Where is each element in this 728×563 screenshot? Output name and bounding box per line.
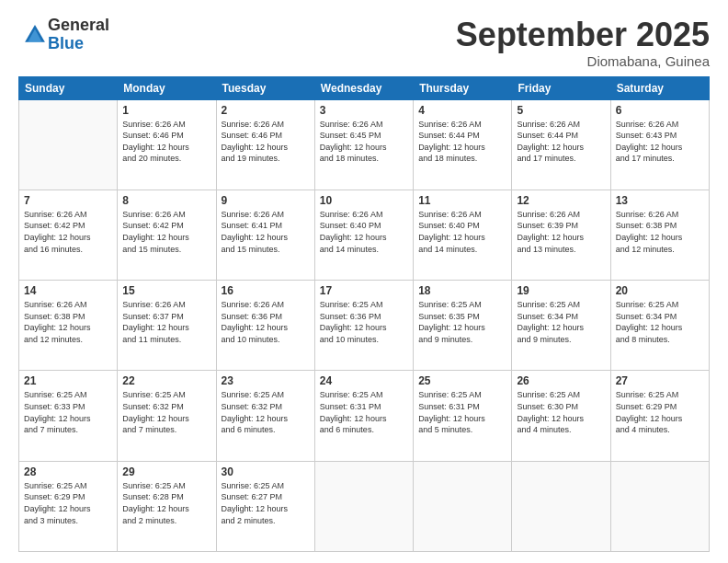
- location: Diomabana, Guinea: [456, 53, 710, 69]
- day-info: Sunrise: 6:26 AM Sunset: 6:38 PM Dayligh…: [24, 299, 112, 345]
- day-number: 25: [418, 374, 506, 387]
- day-info: Sunrise: 6:26 AM Sunset: 6:43 PM Dayligh…: [616, 119, 704, 165]
- calendar-cell: [512, 461, 610, 551]
- day-number: 17: [320, 284, 408, 297]
- day-number: 7: [24, 194, 112, 207]
- calendar-week-3: 21Sunrise: 6:25 AM Sunset: 6:33 PM Dayli…: [19, 371, 710, 461]
- title-area: September 2025 Diomabana, Guinea: [456, 17, 710, 69]
- day-number: 13: [616, 194, 704, 207]
- day-info: Sunrise: 6:25 AM Sunset: 6:27 PM Dayligh…: [222, 480, 310, 526]
- day-info: Sunrise: 6:25 AM Sunset: 6:28 PM Dayligh…: [122, 480, 210, 526]
- calendar-cell: 4Sunrise: 6:26 AM Sunset: 6:44 PM Daylig…: [414, 99, 512, 190]
- day-number: 23: [222, 374, 310, 387]
- day-number: 5: [517, 104, 605, 117]
- day-number: 1: [122, 104, 210, 117]
- calendar-cell: 24Sunrise: 6:25 AM Sunset: 6:31 PM Dayli…: [314, 371, 413, 461]
- calendar-cell: 11Sunrise: 6:26 AM Sunset: 6:40 PM Dayli…: [414, 190, 512, 280]
- day-info: Sunrise: 6:25 AM Sunset: 6:32 PM Dayligh…: [222, 389, 310, 435]
- day-number: 19: [517, 284, 605, 297]
- day-number: 29: [122, 465, 210, 478]
- day-number: 4: [418, 104, 506, 117]
- calendar-cell: 6Sunrise: 6:26 AM Sunset: 6:43 PM Daylig…: [610, 99, 709, 190]
- col-sunday: Sunday: [19, 76, 118, 99]
- day-info: Sunrise: 6:25 AM Sunset: 6:29 PM Dayligh…: [24, 480, 112, 526]
- calendar-cell: 26Sunrise: 6:25 AM Sunset: 6:30 PM Dayli…: [512, 371, 610, 461]
- page: General Blue September 2025 Diomabana, G…: [0, 0, 728, 563]
- col-wednesday: Wednesday: [314, 76, 413, 99]
- calendar-cell: 14Sunrise: 6:26 AM Sunset: 6:38 PM Dayli…: [19, 281, 118, 371]
- calendar-cell: 12Sunrise: 6:26 AM Sunset: 6:39 PM Dayli…: [512, 190, 610, 280]
- day-info: Sunrise: 6:26 AM Sunset: 6:42 PM Dayligh…: [24, 209, 112, 255]
- day-info: Sunrise: 6:26 AM Sunset: 6:39 PM Dayligh…: [517, 209, 605, 255]
- day-info: Sunrise: 6:25 AM Sunset: 6:35 PM Dayligh…: [418, 299, 506, 345]
- day-number: 9: [222, 194, 310, 207]
- calendar-cell: 17Sunrise: 6:25 AM Sunset: 6:36 PM Dayli…: [314, 281, 413, 371]
- day-number: 10: [320, 194, 408, 207]
- calendar-week-0: 1Sunrise: 6:26 AM Sunset: 6:46 PM Daylig…: [19, 99, 710, 190]
- day-number: 15: [122, 284, 210, 297]
- calendar-cell: 15Sunrise: 6:26 AM Sunset: 6:37 PM Dayli…: [118, 281, 216, 371]
- calendar-cell: 25Sunrise: 6:25 AM Sunset: 6:31 PM Dayli…: [414, 371, 512, 461]
- calendar-cell: [414, 461, 512, 551]
- day-info: Sunrise: 6:25 AM Sunset: 6:36 PM Dayligh…: [320, 299, 408, 345]
- day-number: 3: [320, 104, 408, 117]
- col-tuesday: Tuesday: [216, 76, 314, 99]
- day-number: 14: [24, 284, 112, 297]
- calendar-cell: 10Sunrise: 6:26 AM Sunset: 6:40 PM Dayli…: [314, 190, 413, 280]
- day-info: Sunrise: 6:26 AM Sunset: 6:46 PM Dayligh…: [222, 119, 310, 165]
- calendar-cell: 2Sunrise: 6:26 AM Sunset: 6:46 PM Daylig…: [216, 99, 314, 190]
- day-info: Sunrise: 6:26 AM Sunset: 6:45 PM Dayligh…: [320, 119, 408, 165]
- calendar-cell: 28Sunrise: 6:25 AM Sunset: 6:29 PM Dayli…: [19, 461, 118, 551]
- day-number: 21: [24, 374, 112, 387]
- day-info: Sunrise: 6:26 AM Sunset: 6:38 PM Dayligh…: [616, 209, 704, 255]
- calendar-cell: 3Sunrise: 6:26 AM Sunset: 6:45 PM Daylig…: [314, 99, 413, 190]
- col-thursday: Thursday: [414, 76, 512, 99]
- calendar-cell: 5Sunrise: 6:26 AM Sunset: 6:44 PM Daylig…: [512, 99, 610, 190]
- col-monday: Monday: [118, 76, 216, 99]
- day-number: 11: [418, 194, 506, 207]
- logo-blue: Blue: [48, 35, 109, 53]
- day-info: Sunrise: 6:26 AM Sunset: 6:46 PM Dayligh…: [122, 119, 210, 165]
- header: General Blue September 2025 Diomabana, G…: [18, 17, 710, 69]
- day-number: 20: [616, 284, 704, 297]
- calendar-cell: 7Sunrise: 6:26 AM Sunset: 6:42 PM Daylig…: [19, 190, 118, 280]
- calendar-cell: 19Sunrise: 6:25 AM Sunset: 6:34 PM Dayli…: [512, 281, 610, 371]
- calendar-week-2: 14Sunrise: 6:26 AM Sunset: 6:38 PM Dayli…: [19, 281, 710, 371]
- day-info: Sunrise: 6:25 AM Sunset: 6:30 PM Dayligh…: [517, 389, 605, 435]
- day-info: Sunrise: 6:26 AM Sunset: 6:40 PM Dayligh…: [320, 209, 408, 255]
- day-info: Sunrise: 6:26 AM Sunset: 6:37 PM Dayligh…: [122, 299, 210, 345]
- calendar-cell: 1Sunrise: 6:26 AM Sunset: 6:46 PM Daylig…: [118, 99, 216, 190]
- calendar-header-row: Sunday Monday Tuesday Wednesday Thursday…: [19, 76, 710, 99]
- calendar-cell: 20Sunrise: 6:25 AM Sunset: 6:34 PM Dayli…: [610, 281, 709, 371]
- col-saturday: Saturday: [610, 76, 709, 99]
- calendar-cell: 8Sunrise: 6:26 AM Sunset: 6:42 PM Daylig…: [118, 190, 216, 280]
- day-number: 24: [320, 374, 408, 387]
- calendar-week-1: 7Sunrise: 6:26 AM Sunset: 6:42 PM Daylig…: [19, 190, 710, 280]
- day-number: 18: [418, 284, 506, 297]
- calendar-cell: 21Sunrise: 6:25 AM Sunset: 6:33 PM Dayli…: [19, 371, 118, 461]
- day-info: Sunrise: 6:26 AM Sunset: 6:41 PM Dayligh…: [222, 209, 310, 255]
- day-info: Sunrise: 6:25 AM Sunset: 6:32 PM Dayligh…: [122, 389, 210, 435]
- day-number: 6: [616, 104, 704, 117]
- day-info: Sunrise: 6:25 AM Sunset: 6:34 PM Dayligh…: [616, 299, 704, 345]
- day-number: 28: [24, 465, 112, 478]
- logo-icon: [22, 22, 48, 48]
- logo-general: General: [48, 17, 109, 35]
- calendar-cell: 16Sunrise: 6:26 AM Sunset: 6:36 PM Dayli…: [216, 281, 314, 371]
- day-info: Sunrise: 6:26 AM Sunset: 6:40 PM Dayligh…: [418, 209, 506, 255]
- calendar-cell: 9Sunrise: 6:26 AM Sunset: 6:41 PM Daylig…: [216, 190, 314, 280]
- day-number: 26: [517, 374, 605, 387]
- month-title: September 2025: [456, 17, 710, 53]
- calendar-cell: 29Sunrise: 6:25 AM Sunset: 6:28 PM Dayli…: [118, 461, 216, 551]
- calendar-cell: [314, 461, 413, 551]
- col-friday: Friday: [512, 76, 610, 99]
- day-info: Sunrise: 6:26 AM Sunset: 6:42 PM Dayligh…: [122, 209, 210, 255]
- day-info: Sunrise: 6:25 AM Sunset: 6:34 PM Dayligh…: [517, 299, 605, 345]
- calendar-cell: 30Sunrise: 6:25 AM Sunset: 6:27 PM Dayli…: [216, 461, 314, 551]
- calendar-cell: [19, 99, 118, 190]
- day-info: Sunrise: 6:25 AM Sunset: 6:31 PM Dayligh…: [418, 389, 506, 435]
- calendar-cell: 18Sunrise: 6:25 AM Sunset: 6:35 PM Dayli…: [414, 281, 512, 371]
- calendar-cell: [610, 461, 709, 551]
- day-info: Sunrise: 6:26 AM Sunset: 6:44 PM Dayligh…: [517, 119, 605, 165]
- day-info: Sunrise: 6:25 AM Sunset: 6:33 PM Dayligh…: [24, 389, 112, 435]
